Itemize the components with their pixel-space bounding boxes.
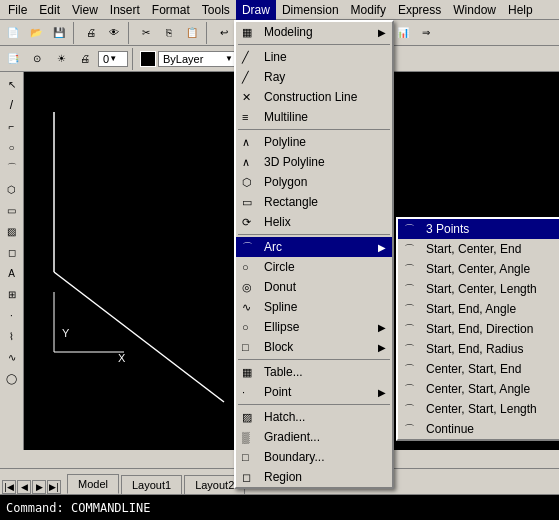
hatch-menu-icon: ▨: [242, 411, 252, 424]
ellipse-btn[interactable]: ◯: [2, 368, 22, 388]
arc-csl-icon: ⌒: [404, 402, 415, 417]
text-btn[interactable]: A: [2, 263, 22, 283]
draw-3d-polyline[interactable]: ∧ 3D Polyline: [236, 152, 392, 172]
draw-polyline[interactable]: ∧ Polyline: [236, 132, 392, 152]
arc-start-end-direction[interactable]: ⌒ Start, End, Direction: [398, 319, 559, 339]
draw-table[interactable]: ▦ Table...: [236, 362, 392, 382]
line-icon: ╱: [242, 51, 249, 64]
save-btn[interactable]: 💾: [48, 22, 70, 44]
draw-arc[interactable]: ⌒ Arc ▶: [236, 237, 392, 257]
rect-btn[interactable]: ▭: [2, 200, 22, 220]
draw-circle[interactable]: ○ Circle: [236, 257, 392, 277]
draw-hatch[interactable]: ▨ Hatch...: [236, 407, 392, 427]
polyline-btn[interactable]: ⌐: [2, 116, 22, 136]
arc-center-start-angle[interactable]: ⌒ Center, Start, Angle: [398, 379, 559, 399]
tab-model[interactable]: Model: [67, 474, 119, 494]
open-btn[interactable]: 📂: [25, 22, 47, 44]
draw-modeling[interactable]: ▦ Modeling ▶: [236, 22, 392, 42]
menu-file[interactable]: File: [2, 0, 33, 20]
new-btn[interactable]: 📄: [2, 22, 24, 44]
left-toolbar: ↖ / ⌐ ○ ⌒ ⬡ ▭ ▨ ◻ A ⊞ · ⌇ ∿ ◯: [0, 72, 24, 450]
draw-point[interactable]: · Point ▶: [236, 382, 392, 402]
arc-start-center-angle[interactable]: ⌒ Start, Center, Angle: [398, 259, 559, 279]
arc-start-end-radius[interactable]: ⌒ Start, End, Radius: [398, 339, 559, 359]
draw-block[interactable]: □ Block ▶: [236, 337, 392, 357]
point-btn[interactable]: ·: [2, 305, 22, 325]
sep-4: [238, 359, 390, 360]
layer-lock-icon: ☀: [50, 48, 72, 70]
modeling-icon: ▦: [242, 26, 252, 39]
3d-polyline-icon: ∧: [242, 156, 250, 169]
arc-continue[interactable]: ⌒ Continue: [398, 419, 559, 439]
draw-ray[interactable]: ╱ Ray: [236, 67, 392, 87]
props-btn[interactable]: 📊: [392, 22, 414, 44]
svg-line-1: [54, 272, 224, 402]
arc-center-start-length[interactable]: ⌒ Center, Start, Length: [398, 399, 559, 419]
tab-layout1[interactable]: Layout1: [121, 475, 182, 494]
spline-btn[interactable]: ∿: [2, 347, 22, 367]
helix-icon: ⟳: [242, 216, 251, 229]
menu-edit[interactable]: Edit: [33, 0, 66, 20]
command-line[interactable]: Command: COMMANDLINE: [0, 494, 559, 520]
tab-last-btn[interactable]: ▶|: [47, 480, 61, 494]
layer-box[interactable]: 0 ▼: [98, 51, 128, 67]
draw-multiline[interactable]: ≡ Multiline: [236, 107, 392, 127]
draw-polygon[interactable]: ⬡ Polygon: [236, 172, 392, 192]
arc-start-end-angle[interactable]: ⌒ Start, End, Angle: [398, 299, 559, 319]
measure-btn[interactable]: ⌇: [2, 326, 22, 346]
arc-center-start-end[interactable]: ⌒ Center, Start, End: [398, 359, 559, 379]
draw-boundary[interactable]: □ Boundary...: [236, 447, 392, 467]
tab-next-btn[interactable]: ▶: [32, 480, 46, 494]
menu-help[interactable]: Help: [502, 0, 539, 20]
circle-btn[interactable]: ○: [2, 137, 22, 157]
menu-tools[interactable]: Tools: [196, 0, 236, 20]
paste-btn[interactable]: 📋: [181, 22, 203, 44]
arc-btn[interactable]: ⌒: [2, 158, 22, 178]
tab-prev-btn[interactable]: ◀: [17, 480, 31, 494]
menu-express[interactable]: Express: [392, 0, 447, 20]
draw-spline[interactable]: ∿ Spline: [236, 297, 392, 317]
arc-start-center-length[interactable]: ⌒ Start, Center, Length: [398, 279, 559, 299]
ellipse-icon: ○: [242, 321, 249, 333]
print-btn[interactable]: 🖨: [80, 22, 102, 44]
hatch-btn[interactable]: ▨: [2, 221, 22, 241]
menu-window[interactable]: Window: [447, 0, 502, 20]
sep2: [128, 22, 132, 44]
draw-gradient[interactable]: ▒ Gradient...: [236, 427, 392, 447]
x-axis-label: X: [118, 352, 125, 364]
draw-line[interactable]: ╱ Line: [236, 47, 392, 67]
layer-mgr-btn[interactable]: 📑: [2, 48, 24, 70]
draw-donut[interactable]: ◎ Donut: [236, 277, 392, 297]
draw-helix[interactable]: ⟳ Helix: [236, 212, 392, 232]
arc-sca-icon: ⌒: [404, 262, 415, 277]
insert-btn[interactable]: ⊞: [2, 284, 22, 304]
color-bylayer[interactable]: ByLayer ▼: [158, 51, 238, 67]
draw-rectangle[interactable]: ▭ Rectangle: [236, 192, 392, 212]
undo-btn[interactable]: ↩: [213, 22, 235, 44]
draw-menu: ▦ Modeling ▶ ╱ Line ╱ Ray ✕ Construction…: [234, 20, 394, 489]
draw-construction-line[interactable]: ✕ Construction Line: [236, 87, 392, 107]
polygon-btn[interactable]: ⬡: [2, 179, 22, 199]
pick-btn[interactable]: ↖: [2, 74, 22, 94]
sep-3: [238, 234, 390, 235]
menu-format[interactable]: Format: [146, 0, 196, 20]
region-btn[interactable]: ◻: [2, 242, 22, 262]
menu-draw[interactable]: Draw: [236, 0, 276, 20]
menu-modify[interactable]: Modify: [345, 0, 392, 20]
menu-insert[interactable]: Insert: [104, 0, 146, 20]
draw-ellipse[interactable]: ○ Ellipse ▶: [236, 317, 392, 337]
arc-start-center-end[interactable]: ⌒ Start, Center, End: [398, 239, 559, 259]
sep3: [206, 22, 210, 44]
preview-btn[interactable]: 👁: [103, 22, 125, 44]
copy-btn[interactable]: ⎘: [158, 22, 180, 44]
tab-first-btn[interactable]: |◀: [2, 480, 16, 494]
arc-sea-icon: ⌒: [404, 302, 415, 317]
arc-3points[interactable]: ⌒ 3 Points: [398, 219, 559, 239]
draw-region[interactable]: ◻ Region: [236, 467, 392, 487]
menu-view[interactable]: View: [66, 0, 104, 20]
matchprop-btn[interactable]: ⇒: [415, 22, 437, 44]
menu-dimension[interactable]: Dimension: [276, 0, 345, 20]
arc-cont-icon: ⌒: [404, 422, 415, 437]
line-btn[interactable]: /: [2, 95, 22, 115]
cut-btn[interactable]: ✂: [135, 22, 157, 44]
